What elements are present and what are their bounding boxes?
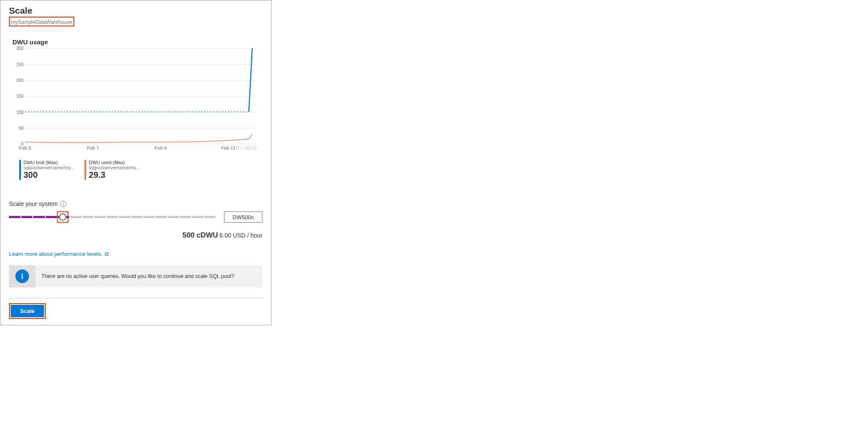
cost-display: 500 cDWU 6.00 USD / hour — [9, 231, 262, 240]
cost-cdwu: 500 cDWU — [183, 231, 218, 239]
slider-segment — [107, 216, 118, 218]
slider-segment — [82, 216, 94, 218]
info-bar-message: There are no active user queries. Would … — [35, 273, 262, 279]
legend-item: DWU used (Max)sqlpoolservername/my...29.… — [84, 160, 140, 180]
legend-value: 300 — [23, 170, 74, 180]
footer: Scale — [9, 303, 262, 319]
slider-thumb[interactable] — [59, 214, 66, 221]
slider-segment — [70, 216, 82, 218]
x-tick: Feb 7 — [87, 145, 99, 151]
dwu-slider[interactable] — [9, 212, 216, 222]
slider-segment — [155, 216, 167, 218]
legend-swatch — [19, 160, 21, 180]
x-tick: Feb 5 — [19, 145, 31, 151]
legend-sub: sqlpoolservername/my... — [89, 165, 140, 170]
slider-segment — [33, 216, 45, 218]
cost-per-hour: 6.00 USD / hour — [220, 232, 262, 239]
slider-segment — [168, 216, 179, 218]
scale-panel: Scale mySampleDataWarehouse DWU usage 05… — [0, 0, 271, 325]
info-icon: i — [15, 269, 29, 283]
slider-segment — [131, 216, 143, 218]
highlight-slider-thumb — [57, 211, 68, 223]
legend-value: 29.3 — [89, 170, 140, 180]
info-icon[interactable]: i — [60, 201, 66, 207]
resource-name: mySampleDataWarehouse — [11, 19, 72, 25]
slider-segment — [9, 216, 20, 218]
page-title: Scale — [9, 6, 262, 16]
slider-segment — [46, 216, 57, 218]
chart-legend: DWU limit (Max)sqlpoolservername/my...30… — [9, 160, 262, 180]
scale-section: Scale your system i DW500c 500 cDWU 6.00… — [9, 200, 262, 240]
slider-segment — [192, 216, 204, 218]
slider-segment — [180, 216, 191, 218]
dwu-usage-chart: 050100150200250300 Feb 5Feb 7Feb 9Feb 11… — [9, 48, 262, 152]
scale-label-row: Scale your system i — [9, 200, 262, 207]
legend-label: DWU used (Max) — [89, 160, 140, 165]
legend-item: DWU limit (Max)sqlpoolservername/my...30… — [19, 160, 74, 180]
info-bar: i There are no active user queries. Woul… — [9, 265, 262, 287]
highlight-resource-name: mySampleDataWarehouse — [9, 17, 74, 26]
slider-segment — [21, 216, 33, 218]
slider-segment — [119, 216, 130, 218]
scale-button[interactable]: Scale — [11, 305, 44, 317]
scale-label: Scale your system — [9, 200, 58, 207]
timezone-label: UTC-08:00 — [233, 145, 256, 151]
slider-segment — [204, 216, 216, 218]
legend-sub: sqlpoolservername/my... — [23, 165, 74, 170]
legend-swatch — [84, 160, 86, 180]
x-tick: Feb 9 — [155, 145, 167, 151]
external-link-icon — [105, 252, 109, 256]
footer-divider — [9, 298, 262, 298]
info-bar-icon-cell: i — [9, 265, 35, 287]
learn-more-text: Learn more about performance levels. — [9, 251, 103, 257]
dwu-value-display: DW500c — [224, 211, 262, 223]
legend-label: DWU limit (Max) — [23, 160, 74, 165]
slider-segment — [94, 216, 106, 218]
slider-row: DW500c — [9, 211, 262, 223]
slider-segment — [143, 216, 155, 218]
learn-more-link[interactable]: Learn more about performance levels. — [9, 251, 109, 257]
usage-label: DWU usage — [9, 38, 262, 46]
highlight-scale-button: Scale — [9, 303, 46, 319]
